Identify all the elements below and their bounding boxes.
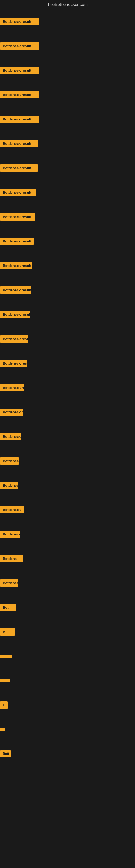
bottleneck-badge-30[interactable] [0,728,5,731]
bottleneck-item-6[interactable]: Bottleneck result [0,131,135,156]
bottleneck-item-28[interactable] [0,669,135,693]
bottleneck-item-16[interactable]: Bottleneck re [0,375,135,400]
bottleneck-badge-4[interactable]: Bottleneck result [0,91,39,98]
bottleneck-badge-14[interactable]: Bottleneck result [0,335,28,343]
bottleneck-item-13[interactable]: Bottleneck result [0,302,135,327]
bottom-spacer [0,766,135,820]
bottleneck-item-22[interactable]: Bottleneck res [0,522,135,546]
bottleneck-badge-16[interactable]: Bottleneck re [0,384,24,392]
bottleneck-item-7[interactable]: Bottleneck result [0,156,135,180]
bottleneck-item-2[interactable]: Bottleneck result [0,34,135,58]
bottleneck-item-1[interactable]: Bottleneck result [0,9,135,34]
bottleneck-badge-22[interactable]: Bottleneck res [0,531,20,538]
bottleneck-badge-18[interactable]: Bottleneck r [0,433,21,440]
bottleneck-badge-24[interactable]: Bottleneck [0,579,18,587]
bottleneck-badge-2[interactable]: Bottleneck result [0,42,39,50]
bottleneck-badge-20[interactable]: Bottleneck r [0,482,17,489]
bottleneck-item-26[interactable]: B [0,620,135,644]
bottleneck-item-21[interactable]: Bottleneck [0,497,135,522]
bottleneck-badge-12[interactable]: Bottleneck result [0,286,31,294]
bottleneck-item-20[interactable]: Bottleneck r [0,473,135,497]
bottleneck-badge-1[interactable]: Bottleneck result [0,18,39,25]
bottleneck-badge-10[interactable]: Bottleneck result [0,238,34,245]
bottleneck-item-8[interactable]: Bottleneck result [0,180,135,205]
bottleneck-badge-5[interactable]: Bottleneck result [0,116,39,123]
bottleneck-badge-25[interactable]: Bot [0,604,16,611]
bottleneck-item-27[interactable] [0,644,135,669]
site-title: TheBottlenecker.com [0,0,135,9]
bottleneck-item-31[interactable]: Bott [0,742,135,766]
bottleneck-item-9[interactable]: Bottleneck result [0,205,135,229]
bottleneck-badge-27[interactable] [0,654,12,658]
bottleneck-badge-11[interactable]: Bottleneck result [0,262,32,269]
bottleneck-badge-8[interactable]: Bottleneck result [0,189,37,196]
bottleneck-item-12[interactable]: Bottleneck result [0,278,135,302]
title-text: TheBottlenecker.com [47,2,88,7]
bottleneck-item-24[interactable]: Bottleneck [0,571,135,595]
bottleneck-badge-9[interactable]: Bottleneck result [0,213,35,220]
bottleneck-item-10[interactable]: Bottleneck result [0,229,135,253]
bottleneck-badge-17[interactable]: Bottleneck result [0,408,23,416]
bottleneck-badge-31[interactable]: Bott [0,750,11,757]
bottleneck-badge-23[interactable]: Bottlens [0,555,23,562]
bottleneck-badge-13[interactable]: Bottleneck result [0,311,30,318]
bottleneck-item-30[interactable] [0,717,135,742]
bottleneck-badge-28[interactable] [0,679,10,682]
bottleneck-item-23[interactable]: Bottlens [0,546,135,571]
bottleneck-item-3[interactable]: Bottleneck result [0,58,135,83]
bottleneck-item-15[interactable]: Bottleneck result [0,351,135,375]
bottleneck-item-14[interactable]: Bottleneck result [0,327,135,351]
items-container: Bottleneck resultBottleneck resultBottle… [0,9,135,766]
bottleneck-item-4[interactable]: Bottleneck result [0,83,135,107]
bottleneck-badge-21[interactable]: Bottleneck [0,506,24,514]
bottleneck-badge-26[interactable]: B [0,628,15,636]
bottleneck-badge-29[interactable]: l [0,702,8,709]
bottleneck-item-19[interactable]: Bottlenec [0,448,135,473]
bottleneck-badge-6[interactable]: Bottleneck result [0,140,38,147]
bottleneck-item-17[interactable]: Bottleneck result [0,400,135,424]
bottleneck-badge-7[interactable]: Bottleneck result [0,164,38,172]
bottleneck-badge-19[interactable]: Bottlenec [0,457,19,465]
bottleneck-item-11[interactable]: Bottleneck result [0,253,135,278]
bottleneck-item-29[interactable]: l [0,693,135,717]
bottleneck-item-5[interactable]: Bottleneck result [0,107,135,131]
bottleneck-item-25[interactable]: Bot [0,595,135,620]
bottleneck-item-18[interactable]: Bottleneck r [0,424,135,448]
bottleneck-badge-15[interactable]: Bottleneck result [0,360,27,367]
bottleneck-badge-3[interactable]: Bottleneck result [0,67,39,74]
